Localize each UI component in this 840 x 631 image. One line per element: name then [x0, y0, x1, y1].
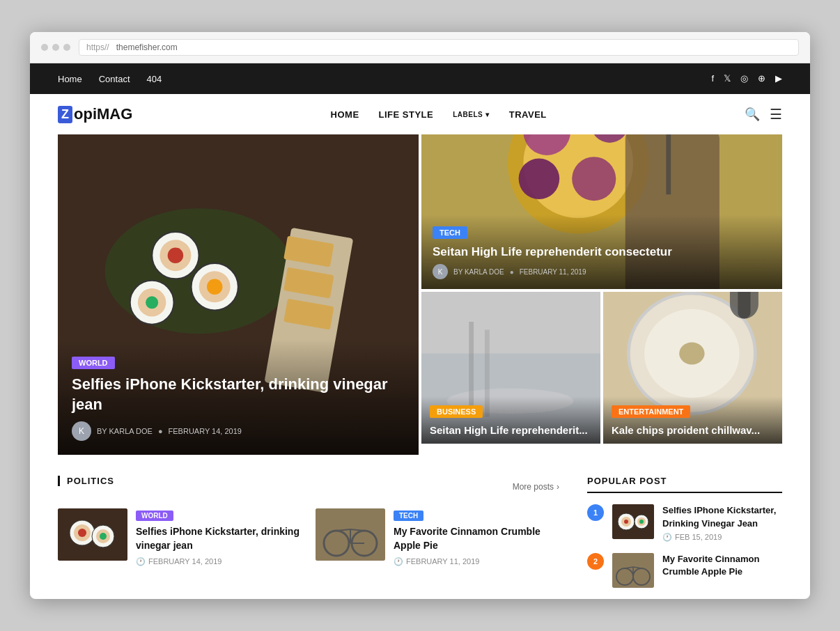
top-nav: Home Contact 404 f 𝕏 ◎ ⊕ ▶ — [30, 63, 810, 94]
browser-dot-3 — [63, 44, 70, 51]
twitter-icon[interactable]: 𝕏 — [724, 73, 731, 84]
chevron-right-icon: › — [557, 482, 559, 492]
popular-section: POPULAR POST 1 Selfie — [587, 476, 782, 598]
popular-item-2-num: 2 — [587, 553, 604, 570]
hero-top-right-avatar: K — [433, 264, 448, 279]
politics-section-label: POLITICS — [58, 476, 114, 486]
svg-point-43 — [100, 533, 107, 540]
search-button[interactable]: 🔍 — [745, 107, 760, 122]
politics-section: POLITICS More posts › — [58, 476, 559, 598]
nav-link-contact[interactable]: Contact — [99, 74, 130, 84]
hero-main-author: BY KARLA DOE — [97, 427, 153, 435]
browser-window: https// themefisher.com Home Contact 404… — [30, 32, 810, 598]
politics-post-2-thumb — [316, 508, 385, 561]
popular-item-1-info: Selfies IPhone Kickstarter, Drinking Vin… — [662, 504, 782, 541]
nav-link-404[interactable]: 404 — [147, 74, 162, 84]
hero-bottom-left-article[interactable]: BUSINESS Seitan High Life reprehenderit.… — [421, 292, 600, 444]
hero-bottom-right-overlay: ENTERTAINMENT Kale chips proident chillw… — [603, 396, 782, 444]
svg-point-10 — [146, 297, 158, 309]
social-icons: f 𝕏 ◎ ⊕ ▶ — [711, 73, 782, 84]
politics-section-header: POLITICS More posts › — [58, 476, 559, 497]
hero-bottom-left-title: Seitan High Life reprehenderit... — [430, 423, 592, 437]
logo-text: opiMAG — [74, 105, 132, 123]
politics-post-1-thumb — [58, 508, 127, 561]
politics-post-2-badge: TECH — [394, 511, 423, 521]
browser-bar: https// themefisher.com — [30, 32, 810, 63]
hamburger-menu-button[interactable]: ☰ — [770, 106, 782, 123]
popular-section-label: POPULAR POST — [587, 476, 782, 493]
hero-top-right-article[interactable]: TECH Seitan High Life reprehenderit cons… — [421, 134, 782, 289]
hero-bottom-right-title: Kale chips proident chillwav... — [612, 423, 774, 437]
politics-post-1-title: Selfies iPhone Kickstarter, drinking vin… — [136, 525, 302, 552]
hero-main-badge: WORLD — [72, 357, 115, 369]
hero-bottom-left-badge: BUSINESS — [430, 405, 483, 418]
politics-post-2-date-text: FEBRUARY 11, 2019 — [406, 557, 479, 566]
popular-item-1[interactable]: 1 Selfies IPhone Kickstarter, Drinking V… — [587, 504, 782, 541]
svg-point-34 — [679, 343, 704, 365]
popular-item-2-title: My Favorite Cinnamon Crumble Apple Pie — [662, 553, 782, 578]
popular-item-2-thumb — [612, 553, 654, 588]
popular-item-1-title: Selfies IPhone Kickstarter, Drinking Vin… — [662, 504, 782, 529]
browser-url-bar[interactable]: https// themefisher.com — [79, 39, 799, 56]
chevron-down-icon: ▾ — [485, 111, 490, 118]
browser-dots — [41, 44, 70, 51]
politics-grid: WORLD Selfies iPhone Kickstarter, drinki… — [58, 508, 559, 566]
main-header: Z opiMAG HOME LIFE STYLE LABELS ▾ TRAVEL… — [30, 94, 810, 134]
hero-top-right-meta: K BY KARLA DOE ● FEBRUARY 11, 2019 — [433, 264, 771, 279]
svg-point-7 — [207, 279, 223, 295]
svg-point-4 — [168, 248, 184, 264]
instagram-icon[interactable]: ◎ — [740, 73, 748, 84]
hero-grid: WORLD Selfies iPhone Kickstarter, drinki… — [58, 134, 782, 455]
popular-item-2[interactable]: 2 My Favorite Cinnamon Crumble Apple Pie — [587, 553, 782, 588]
hero-top-right-author: BY KARLA DOE — [453, 268, 504, 276]
more-posts-text: More posts — [513, 482, 554, 492]
logo[interactable]: Z opiMAG — [58, 105, 132, 123]
url-protocol: https// — [86, 42, 109, 52]
sections-container: POLITICS More posts › — [58, 476, 782, 598]
politics-post-1-date-text: FEBRUARY 14, 2019 — [148, 557, 221, 566]
hero-main-title: Selfies iPhone Kickstarter, drinking vin… — [72, 375, 405, 414]
hero-top-right-badge: TECH — [433, 226, 467, 239]
svg-rect-24 — [666, 134, 671, 194]
hero-top-right-title: Seitan High Life reprehenderit consectet… — [433, 244, 771, 260]
hero-top-right-date: FEBRUARY 11, 2019 — [520, 268, 586, 276]
url-domain: themefisher.com — [116, 42, 178, 52]
hero-top-right-overlay: TECH Seitan High Life reprehenderit cons… — [421, 215, 782, 289]
politics-post-1-date: 🕐 FEBRUARY 14, 2019 — [136, 557, 302, 566]
popular-item-1-date-text: FEB 15, 2019 — [675, 533, 722, 541]
svg-point-20 — [572, 157, 616, 201]
nav-labels[interactable]: LABELS ▾ — [453, 111, 490, 118]
politics-post-2[interactable]: TECH My Favorite Cinnamon Crumble Apple … — [316, 508, 559, 566]
youtube-icon[interactable]: ▶ — [775, 73, 782, 84]
more-posts-link[interactable]: More posts › — [513, 482, 559, 492]
politics-post-2-title: My Favorite Cinnamon Crumble Apple Pie — [394, 525, 559, 552]
top-nav-links: Home Contact 404 — [58, 74, 162, 84]
logo-z: Z — [58, 106, 72, 123]
hero-bottom-right-badge: ENTERTAINMENT — [612, 405, 690, 418]
politics-post-1-info: WORLD Selfies iPhone Kickstarter, drinki… — [136, 508, 302, 566]
svg-rect-36 — [738, 292, 750, 318]
facebook-icon[interactable]: f — [711, 73, 714, 84]
hero-main-article[interactable]: WORLD Selfies iPhone Kickstarter, drinki… — [58, 134, 419, 455]
browser-dot-2 — [52, 44, 59, 51]
politics-post-2-date: 🕐 FEBRUARY 11, 2019 — [394, 557, 559, 566]
politics-post-1[interactable]: WORLD Selfies iPhone Kickstarter, drinki… — [58, 508, 302, 566]
nav-home[interactable]: HOME — [331, 109, 359, 120]
svg-point-21 — [519, 159, 560, 200]
nav-travel[interactable]: TRAVEL — [509, 109, 547, 120]
svg-point-40 — [78, 529, 86, 537]
calendar-icon-2: 🕐 — [394, 557, 403, 566]
clock-icon-1: 🕐 — [662, 533, 672, 542]
nav-labels-text: LABELS — [453, 111, 483, 118]
hero-bottom-right-article[interactable]: ENTERTAINMENT Kale chips proident chillw… — [603, 292, 782, 444]
politics-post-2-info: TECH My Favorite Cinnamon Crumble Apple … — [394, 508, 559, 566]
nav-link-home[interactable]: Home — [58, 74, 82, 84]
hero-main-overlay: WORLD Selfies iPhone Kickstarter, drinki… — [58, 339, 419, 455]
popular-item-1-num: 1 — [587, 504, 604, 521]
svg-point-57 — [639, 520, 644, 524]
hero-bottom-row: BUSINESS Seitan High Life reprehenderit.… — [421, 292, 782, 444]
github-icon[interactable]: ⊕ — [758, 73, 765, 84]
nav-lifestyle[interactable]: LIFE STYLE — [379, 109, 434, 120]
calendar-icon: 🕐 — [136, 557, 146, 566]
politics-post-1-badge: WORLD — [136, 511, 173, 521]
